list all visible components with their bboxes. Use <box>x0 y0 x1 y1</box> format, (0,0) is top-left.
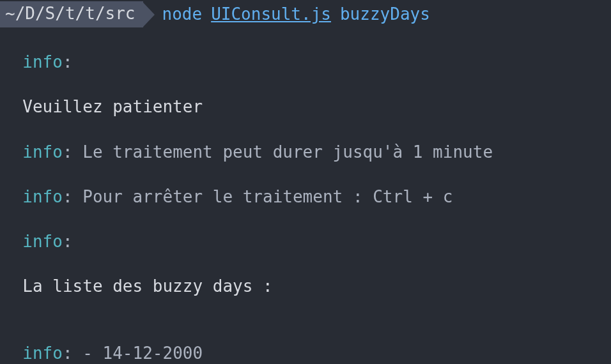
output-line: info: Pour arrêter le traitement : Ctrl … <box>0 163 611 208</box>
colon: : <box>63 344 73 363</box>
output-line: La liste des buzzy days : <box>0 253 611 298</box>
output-line: info: <box>0 208 611 253</box>
info-label: info <box>22 142 63 162</box>
prompt-arrow-icon <box>143 3 155 27</box>
command-arg: buzzyDays <box>340 3 430 26</box>
info-label: info <box>22 187 63 206</box>
prompt-line: ~/D/S/t/t/src node UIConsult.js buzzyDay… <box>0 1 611 27</box>
wait-message: Veuillez patienter <box>22 97 203 116</box>
output-line: info: - 14-12-2000 <box>0 320 611 364</box>
command-file: UIConsult.js <box>211 3 331 26</box>
info-msg: Le traitement peut durer jusqu'à 1 minut… <box>73 142 493 162</box>
colon: : <box>63 142 73 162</box>
colon: : <box>63 232 73 251</box>
list-header: La liste des buzzy days : <box>22 277 272 296</box>
colon: : <box>63 52 73 72</box>
info-label: info <box>22 232 63 251</box>
output-blank-line <box>0 298 611 320</box>
colon: : <box>63 187 73 206</box>
command-name: node <box>162 3 203 26</box>
prompt-path: ~/D/S/t/t/src <box>0 1 143 27</box>
output-line: info: Le traitement peut durer jusqu'à 1… <box>0 118 611 163</box>
date-entry: - 14-12-2000 <box>73 344 203 363</box>
output-line: Veuillez patienter <box>0 73 611 118</box>
info-label: info <box>22 52 63 72</box>
output-line: info: <box>0 29 611 73</box>
info-label: info <box>22 344 63 363</box>
info-msg: Pour arrêter le traitement : Ctrl + c <box>73 187 453 206</box>
